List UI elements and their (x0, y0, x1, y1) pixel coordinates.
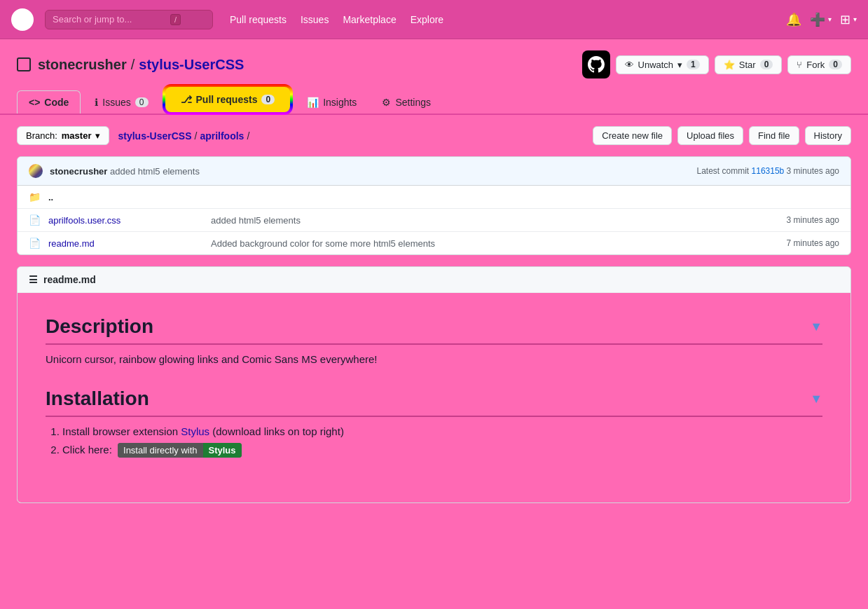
file-action-buttons: Create new file Upload files Find file H… (593, 126, 851, 145)
fork-count: 0 (829, 60, 842, 69)
description-text: Unicorn cursor, rainbow glowing links an… (46, 353, 822, 365)
tab-insights[interactable]: 📊 Insights (296, 91, 368, 114)
path-sep2: / (247, 130, 249, 142)
issues-icon: ℹ (95, 97, 98, 108)
fork-button[interactable]: ⑂ Fork 0 (787, 55, 851, 74)
tab-issues-label: Issues (102, 97, 130, 108)
list-item: Click here: Install directly with Stylus (62, 443, 822, 458)
commit-message: added html5 elements (110, 166, 200, 177)
nav-issues[interactable]: Issues (301, 14, 329, 25)
settings-icon: ⚙ (382, 97, 391, 108)
tab-settings[interactable]: ⚙ Settings (371, 91, 442, 114)
latest-commit-label: Latest commit (697, 166, 750, 176)
unwatch-label: Unwatch (638, 60, 674, 70)
star-count: 0 (760, 60, 773, 69)
nav-explore[interactable]: Explore (411, 14, 443, 25)
readme-container: ☰ readme.md Description ▼ Unicorn cursor… (17, 266, 851, 503)
table-row: 📄 aprilfools.user.css added html5 elemen… (18, 209, 850, 232)
fork-icon: ⑂ (797, 60, 802, 70)
readme-list-icon: ☰ (29, 274, 38, 285)
find-file-button[interactable]: Find file (749, 126, 799, 145)
readme-filename: readme.md (43, 274, 96, 285)
file-commit-css: added html5 elements (211, 215, 778, 226)
pr-count: 0 (261, 95, 275, 104)
branch-arrow: ▾ (95, 130, 100, 141)
search-input[interactable] (53, 14, 165, 25)
pull-requests-tab-inner: ⎇ Pull requests 0 (165, 87, 291, 112)
readme-description-section: Description ▼ Unicorn cursor, rainbow gl… (46, 315, 822, 365)
github-logo[interactable] (11, 8, 34, 31)
file-time-css: 3 minutes ago (787, 215, 839, 225)
star-icon: ⭐ (724, 60, 735, 70)
repo-tabs: <> Code ℹ Issues 0 ⎇ Pull requests 0 📊 I… (0, 78, 868, 115)
tab-settings-label: Settings (395, 97, 431, 108)
file-icon: 📄 (29, 214, 40, 226)
description-heading: Description ▼ (46, 315, 822, 345)
tab-pull-requests[interactable]: ⎇ Pull requests 0 (167, 88, 289, 111)
notification-button[interactable]: 🔔 (786, 12, 801, 27)
commit-avatar (29, 164, 43, 178)
branch-selector[interactable]: Branch: master ▾ (17, 126, 109, 145)
path-sub[interactable]: aprilfools (200, 130, 244, 142)
new-item-button[interactable]: ➕ ▾ (810, 12, 832, 27)
repo-name[interactable]: stylus-UserCSS (139, 57, 244, 73)
breadcrumb-slash: / (131, 57, 135, 73)
readme-installation-section: Installation ▼ Install browser extension… (46, 388, 822, 458)
insights-icon: 📊 (307, 97, 319, 108)
repo-owner[interactable]: stonecrusher (38, 57, 127, 73)
commit-author: stonecrusher (50, 166, 107, 177)
path-sep1: / (195, 130, 198, 142)
unwatch-arrow: ▾ (677, 60, 682, 70)
table-row: 📄 readme.md Added background color for s… (18, 232, 850, 254)
install-badge: Install directly with Stylus (118, 443, 242, 458)
file-name-css[interactable]: aprilfools.user.css (48, 215, 202, 226)
unwatch-button[interactable]: 👁 Unwatch ▾ 1 (616, 55, 709, 74)
history-button[interactable]: History (805, 126, 851, 145)
file-icon-md: 📄 (29, 238, 40, 249)
commit-time: 3 minutes ago (787, 166, 839, 176)
readme-body: Description ▼ Unicorn cursor, rainbow gl… (18, 293, 850, 502)
pr-icon: ⎇ (181, 94, 192, 105)
repo-icon (17, 57, 31, 71)
installation-list: Install browser extension Stylus (downlo… (46, 425, 822, 458)
branch-label: Branch: (26, 130, 57, 141)
repo-breadcrumb: stonecrusher / stylus-UserCSS (17, 57, 244, 73)
commit-meta: Latest commit 116315b 3 minutes ago (697, 166, 840, 176)
top-nav: / Pull requests Issues Marketplace Explo… (0, 0, 868, 39)
list-item: Install browser extension Stylus (downlo… (62, 425, 822, 437)
file-dotdot[interactable]: .. (48, 192, 202, 203)
star-button[interactable]: ⭐ Star 0 (715, 55, 783, 74)
tab-code[interactable]: <> Code (17, 90, 81, 114)
commit-hash[interactable]: 116315b (752, 166, 785, 176)
pull-requests-tab-wrapper: ⎇ Pull requests 0 (163, 84, 294, 115)
file-time-md: 7 minutes ago (787, 238, 839, 248)
file-commit-md: Added background color for some more htm… (211, 238, 778, 249)
create-new-file-button[interactable]: Create new file (593, 126, 672, 145)
tab-issues[interactable]: ℹ Issues 0 (83, 91, 159, 114)
description-arrow: ▼ (810, 320, 822, 334)
upload-files-button[interactable]: Upload files (677, 126, 743, 145)
apps-button[interactable]: ⊞ ▾ (840, 12, 857, 27)
tab-insights-label: Insights (323, 97, 357, 108)
nav-links: Pull requests Issues Marketplace Explore (230, 14, 443, 25)
readme-header: ☰ readme.md (18, 267, 850, 293)
unwatch-count: 1 (687, 60, 700, 69)
file-name-md[interactable]: readme.md (48, 238, 202, 249)
stylus-link[interactable]: Stylus (181, 425, 209, 437)
tab-code-label: Code (44, 97, 69, 108)
nav-pull-requests[interactable]: Pull requests (230, 14, 287, 25)
nav-marketplace[interactable]: Marketplace (343, 14, 396, 25)
content-area: Branch: master ▾ stylus-UserCSS / aprilf… (0, 115, 868, 514)
path-breadcrumb: stylus-UserCSS / aprilfools / (118, 130, 249, 142)
tab-pr-label: Pull requests (196, 94, 258, 105)
star-label: Star (739, 60, 756, 70)
commit-info: stonecrusher added html5 elements (50, 166, 690, 177)
repo-header: stonecrusher / stylus-UserCSS 👁 Unwatch … (0, 39, 868, 78)
nav-right: 🔔 ➕ ▾ ⊞ ▾ (786, 12, 857, 27)
commit-row: stonecrusher added html5 elements Latest… (18, 157, 850, 186)
badge-text: Install directly with (118, 443, 202, 458)
installation-arrow: ▼ (810, 392, 822, 406)
search-bar[interactable]: / (45, 10, 213, 29)
path-root[interactable]: stylus-UserCSS (118, 130, 191, 142)
folder-icon: 📁 (29, 191, 40, 203)
